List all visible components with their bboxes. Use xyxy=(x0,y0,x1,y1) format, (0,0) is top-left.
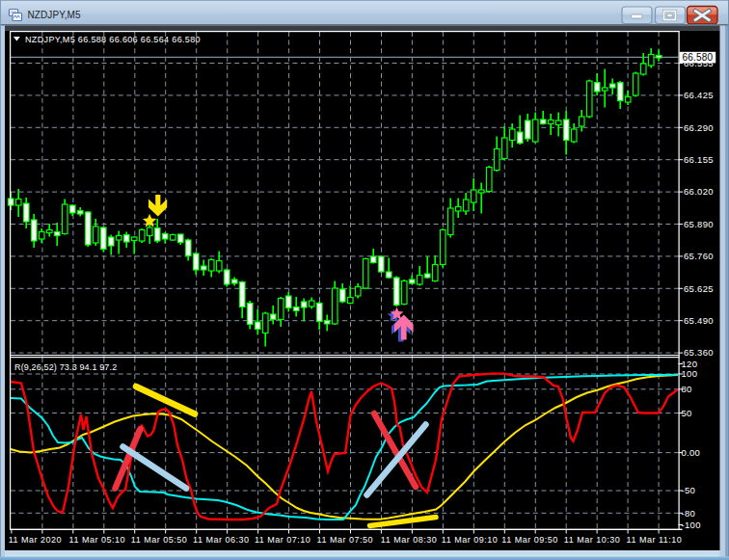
svg-text:R(9,26,52) 73.3 94.1 97.2: R(9,26,52) 73.3 94.1 97.2 xyxy=(14,362,117,372)
svg-text:11 Mar 09:50: 11 Mar 09:50 xyxy=(501,535,557,545)
svg-text:NZDJPY,M5: NZDJPY,M5 xyxy=(28,10,82,20)
svg-text:11 Mar 06:30: 11 Mar 06:30 xyxy=(193,535,249,545)
svg-text:50: 50 xyxy=(682,408,692,418)
svg-text:65.890: 65.890 xyxy=(684,219,714,229)
svg-text:65.360: 65.360 xyxy=(684,347,714,358)
svg-text:65.490: 65.490 xyxy=(684,315,714,326)
svg-text:11 Mar 07:50: 11 Mar 07:50 xyxy=(317,535,373,545)
svg-text:11 Mar 05:50: 11 Mar 05:50 xyxy=(131,535,187,545)
svg-text:100: 100 xyxy=(682,368,698,379)
svg-text:0.00: 0.00 xyxy=(682,447,701,458)
svg-text:11 Mar 2020: 11 Mar 2020 xyxy=(9,535,62,545)
svg-text:66.580: 66.580 xyxy=(683,52,714,63)
svg-text:66.290: 66.290 xyxy=(684,122,714,133)
svg-text:-80: -80 xyxy=(682,508,696,519)
svg-text:11 Mar 05:10: 11 Mar 05:10 xyxy=(69,535,125,545)
svg-text:120: 120 xyxy=(682,359,698,369)
svg-text:11 Mar 09:10: 11 Mar 09:10 xyxy=(442,535,498,545)
svg-text:66.155: 66.155 xyxy=(684,154,714,165)
svg-text:80: 80 xyxy=(682,384,692,394)
svg-text:NZDJPY,M5 66.588 66.606 66.56: NZDJPY,M5 66.588 66.606 66.564 66.580 xyxy=(25,35,201,44)
svg-text:11 Mar 11:10: 11 Mar 11:10 xyxy=(627,535,683,545)
svg-text:-100: -100 xyxy=(682,520,701,530)
svg-text:65.625: 65.625 xyxy=(684,283,714,294)
svg-text:-50: -50 xyxy=(682,485,696,495)
svg-text:11 Mar 10:30: 11 Mar 10:30 xyxy=(564,535,620,545)
svg-text:66.020: 66.020 xyxy=(684,186,714,197)
svg-text:66.425: 66.425 xyxy=(684,90,714,100)
svg-text:11 Mar 07:10: 11 Mar 07:10 xyxy=(255,535,310,545)
svg-text:11 Mar 08:30: 11 Mar 08:30 xyxy=(381,535,437,545)
svg-text:65.760: 65.760 xyxy=(684,251,714,261)
